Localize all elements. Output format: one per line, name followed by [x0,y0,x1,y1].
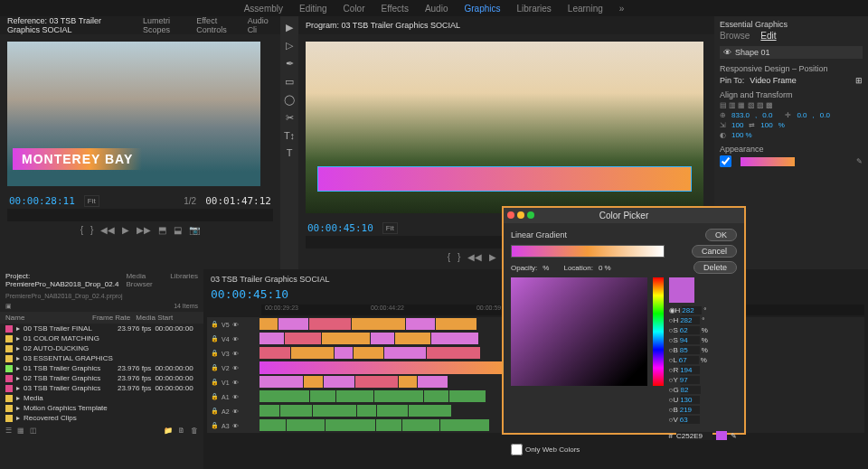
play-icon[interactable]: ▶ [489,252,496,262]
mark-in-icon[interactable]: { [80,225,83,235]
clip[interactable] [406,318,435,330]
cancel-button[interactable]: Cancel [692,245,737,258]
browse-tab[interactable]: Browse [720,31,750,41]
clip[interactable] [402,419,439,431]
location-value[interactable]: 0 % [599,264,611,272]
clip[interactable] [259,390,309,402]
clip[interactable] [335,347,353,359]
project-tab[interactable]: Project: PremierePro_NAB2018_Drop_02.4 [5,272,118,288]
ellipse-tool-icon[interactable]: ◯ [284,94,295,106]
source-scrubber[interactable] [7,209,273,221]
label-swatch[interactable] [5,345,13,352]
eyedrop-icon[interactable]: ✎ [856,157,863,165]
clip[interactable] [371,333,394,344]
toggle-icon[interactable]: 👁 [232,351,239,357]
toggle-icon[interactable]: 👁 [232,380,239,386]
trash-icon[interactable]: 🗑 [191,427,198,435]
ok-button[interactable]: OK [705,229,737,241]
toggle-icon[interactable]: 👁 [232,365,239,371]
export-frame-icon[interactable]: 📷 [189,225,200,235]
step-fwd-icon[interactable]: ▶▶ [137,225,151,235]
r-input[interactable] [680,366,700,374]
label-swatch[interactable] [5,375,13,382]
clip[interactable] [352,318,405,330]
mark-out-icon[interactable]: } [90,225,93,235]
icon-view-icon[interactable]: ▦ [17,427,24,435]
scopes-tab[interactable]: Lumetri Scopes [143,16,187,34]
mark-out-icon[interactable]: } [458,252,460,262]
direct-tool-icon[interactable]: ▷ [286,40,293,52]
lock-icon[interactable]: 🔒 [211,321,219,328]
project-row[interactable]: ▸03 ESSENTIAL GRAPHICS [0,353,203,363]
clip[interactable] [310,390,335,402]
overwrite-icon[interactable]: ⬓ [174,225,182,235]
clip[interactable] [278,318,308,330]
label-swatch[interactable] [5,365,13,372]
track-name[interactable]: A3 [222,423,230,429]
clip[interactable] [280,405,312,417]
clip[interactable] [384,347,426,359]
clip[interactable] [427,347,480,359]
project-row[interactable]: ▸01 TSB Trailer Graphics23.976 fps00:00:… [0,363,203,373]
scale-w[interactable]: 100 [731,121,743,129]
clip[interactable] [424,390,448,402]
pen-tool-icon[interactable]: ✒ [286,58,294,70]
toggle-icon[interactable]: 👁 [232,394,239,400]
clip[interactable] [395,333,430,344]
ws-color[interactable]: Color [344,4,365,14]
zoom-icon[interactable] [527,211,534,219]
clip[interactable] [322,333,370,344]
track-name[interactable]: A1 [222,394,230,400]
clip[interactable] [399,376,417,388]
edit-tab[interactable]: Edit [760,31,776,41]
v-input[interactable] [680,416,700,424]
selection-tool-icon[interactable]: ▶ [286,22,293,33]
clip[interactable] [324,376,354,388]
fill-swatch[interactable] [741,157,795,166]
s-input[interactable] [680,326,700,334]
minimize-icon[interactable] [517,211,524,219]
eyedropper-icon[interactable]: ✎ [731,432,737,440]
ss-input[interactable] [680,336,700,344]
libraries-tab[interactable]: Libraries [170,272,198,288]
clip[interactable] [376,419,401,431]
label-swatch[interactable] [5,395,13,402]
clip[interactable] [313,405,356,417]
program-timecode[interactable]: 00:00:45:10 [307,222,373,234]
clip[interactable] [377,405,408,417]
rect-tool-icon[interactable]: ▭ [285,76,294,88]
label-swatch[interactable] [5,385,13,392]
close-icon[interactable] [507,211,514,219]
fill-checkbox[interactable] [720,155,731,167]
opacity-value[interactable]: 100 % [731,131,752,139]
pin-wid-icon[interactable]: ⊞ [855,76,863,85]
anchor-y[interactable]: 0.0 [820,111,830,119]
layer-row[interactable]: 👁 Shape 01 [720,46,863,59]
b2-input[interactable] [680,406,700,414]
project-row[interactable]: ▸Motion Graphics Template [0,403,203,413]
eye-icon[interactable]: 👁 [723,48,731,57]
source-tab[interactable]: Reference: 03 TSB Trailer Graphics SOCIA… [7,16,134,34]
clip[interactable] [291,347,334,359]
col-ms[interactable]: Media Start [136,314,173,322]
ws-libraries[interactable]: Libraries [516,4,551,14]
label-swatch[interactable] [5,405,13,412]
col-fr[interactable]: Frame Rate [92,314,130,322]
toggle-icon[interactable]: 👁 [232,336,239,342]
toggle-icon[interactable]: 👁 [232,322,239,328]
program-monitor[interactable] [306,42,703,213]
source-monitor[interactable]: MONTEREY BAY [7,42,260,186]
freeform-icon[interactable]: ◫ [30,427,37,435]
new-item-icon[interactable]: 🗎 [178,427,185,435]
source-zoom[interactable]: Fit [84,195,99,207]
clip[interactable] [436,318,476,330]
label-swatch[interactable] [5,325,13,333]
label-swatch[interactable] [5,415,13,422]
h-input[interactable] [682,306,702,314]
mark-in-icon[interactable]: { [448,252,450,262]
track-name[interactable]: V1 [222,380,230,386]
lock-icon[interactable]: 🔒 [211,379,219,386]
clip[interactable] [357,405,376,417]
ws-effects[interactable]: Effects [382,4,409,14]
clip[interactable] [304,376,323,388]
